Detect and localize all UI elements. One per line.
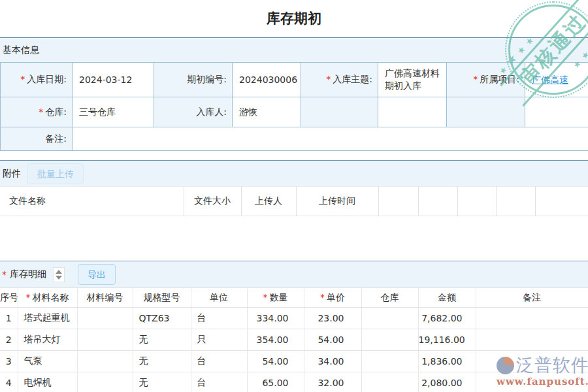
cell-remark [476, 351, 588, 372]
field-label-project: *所属项目: [447, 63, 525, 97]
attachments-table: 文件名称 文件大小 上传人 上传时间 [0, 186, 588, 216]
attach-col-upload-time: 上传时间 [296, 187, 378, 216]
attach-col-empty [496, 187, 535, 216]
detail-col-warehouse: 仓库 [361, 288, 418, 308]
cell-remark [476, 329, 588, 351]
cell-material-name: 塔式起重机 [18, 308, 77, 329]
cell-material-name: 气泵 [18, 351, 77, 372]
field-value-opening-code: 2024030006 [233, 63, 301, 97]
detail-col-seq: 序号 [0, 288, 18, 308]
required-mark: * [473, 74, 478, 84]
empty-value-cell [378, 97, 447, 127]
required-mark: * [39, 106, 43, 117]
export-button[interactable]: 导出 [78, 264, 116, 285]
attach-col-uploader: 上传人 [241, 187, 296, 216]
cell-spec-model: QTZ63 [133, 308, 191, 329]
field-label-remark: 备注: [1, 127, 73, 151]
cell-remark [476, 308, 588, 329]
field-label-inbound-subject: *入库主题: [301, 63, 378, 97]
cell-quantity: 334.00 [247, 308, 304, 329]
sort-down-icon[interactable] [56, 276, 62, 280]
detail-col-remark: 备注 [476, 288, 588, 308]
cell-quantity: 354.00 [247, 329, 304, 351]
attach-col-file-size: 文件大小 [184, 187, 241, 216]
field-label-opening-code: 期初编号: [154, 63, 233, 97]
attach-col-empty [535, 187, 588, 216]
detail-col-material-code: 材料编号 [77, 288, 133, 308]
page-title: 库存期初 [0, 9, 588, 27]
required-mark: * [320, 292, 325, 302]
detail-col-unit: 单位 [191, 288, 247, 308]
field-label-inbound-person: 入库人: [154, 97, 233, 127]
cell-seq: 4 [0, 372, 18, 392]
cell-unit-price: 54.00 [304, 329, 361, 351]
detail-header-row: 序号 *材料名称 材料编号 规格型号 单位 *数量 *单价 仓库 金额 备注 [0, 288, 588, 308]
cell-remark [476, 372, 588, 392]
cell-material-code [77, 329, 133, 351]
field-value-remark [73, 127, 588, 151]
cell-unit: 台 [191, 351, 247, 372]
batch-upload-button[interactable]: 批量上传 [27, 163, 84, 184]
detail-col-amount: 金额 [418, 288, 476, 308]
cell-unit: 台 [191, 372, 247, 392]
attachments-section-title: 附件 [3, 168, 21, 180]
cell-amount: 1,836.00 [418, 351, 476, 372]
required-mark: * [263, 292, 268, 302]
cell-unit-price: 23.00 [304, 308, 361, 329]
cell-material-code [77, 372, 133, 392]
cell-spec-model: 无 [133, 372, 191, 392]
cell-amount: 19,116.00 [418, 329, 476, 351]
empty-label-cell [301, 97, 378, 127]
required-mark: * [2, 269, 7, 280]
detail-section-title: 库存明细 [10, 269, 46, 280]
field-label-warehouse: *仓库: [1, 97, 73, 127]
cell-amount: 2,080.00 [418, 372, 476, 392]
cell-material-code [77, 308, 133, 329]
detail-col-spec-model: 规格型号 [133, 288, 191, 308]
basic-info-form: *入库日期: 2024-03-12 期初编号: 2024030006 *入库主题… [0, 62, 588, 151]
field-value-warehouse: 三号仓库 [73, 97, 154, 127]
detail-section-header: * 库存明细 导出 [0, 261, 588, 287]
cell-quantity: 54.00 [247, 351, 304, 372]
detail-col-quantity: *数量 [247, 288, 304, 308]
basic-info-section-header: 基本信息 [0, 37, 588, 62]
sort-up-icon[interactable] [56, 270, 62, 274]
required-mark: * [26, 292, 31, 302]
field-value-inbound-subject: 广佛高速材料期初入库 [378, 63, 447, 97]
table-row: 3 气泵 无 台 54.00 34.00 1,836.00 [0, 351, 588, 372]
required-mark: * [20, 74, 25, 84]
table-row: 4 电焊机 无 台 65.00 32.00 2,080.00 [0, 372, 588, 392]
cell-quantity: 65.00 [247, 372, 304, 392]
cell-seq: 3 [0, 351, 18, 372]
sort-spinner[interactable] [53, 267, 65, 282]
cell-warehouse [361, 308, 418, 329]
table-row: 1 塔式起重机 QTZ63 台 334.00 23.00 7,682.00 [0, 308, 588, 329]
detail-col-material-name: *材料名称 [18, 288, 77, 308]
cell-warehouse [361, 329, 418, 351]
cell-seq: 2 [0, 329, 18, 351]
field-value-inbound-date: 2024-03-12 [73, 63, 154, 97]
cell-amount: 7,682.00 [418, 308, 476, 329]
cell-spec-model: 无 [133, 329, 191, 351]
attachments-section-header: 附件 批量上传 [0, 160, 588, 186]
field-label-inbound-date: *入库日期: [1, 63, 73, 97]
empty-label-cell [447, 97, 525, 127]
attach-col-empty [378, 187, 418, 216]
detail-col-unit-price: *单价 [304, 288, 361, 308]
cell-seq: 1 [0, 308, 18, 329]
cell-unit: 台 [191, 308, 247, 329]
project-link[interactable]: 广佛高速 [532, 74, 568, 85]
field-value-inbound-person: 游恢 [233, 97, 301, 127]
field-value-project: 广佛高速 [525, 63, 588, 97]
cell-material-name: 电焊机 [18, 372, 77, 392]
cell-unit-price: 34.00 [304, 351, 361, 372]
required-mark: * [326, 74, 331, 84]
table-row: 2 塔吊大灯 无 只 354.00 54.00 19,116.00 [0, 329, 588, 351]
inventory-detail-table: 序号 *材料名称 材料编号 规格型号 单位 *数量 *单价 仓库 金额 备注 1… [0, 287, 588, 392]
cell-material-code [77, 351, 133, 372]
cell-warehouse [361, 351, 418, 372]
cell-unit: 只 [191, 329, 247, 351]
attach-col-empty [418, 187, 457, 216]
cell-unit-price: 32.00 [304, 372, 361, 392]
basic-info-section-title: 基本信息 [3, 44, 39, 56]
